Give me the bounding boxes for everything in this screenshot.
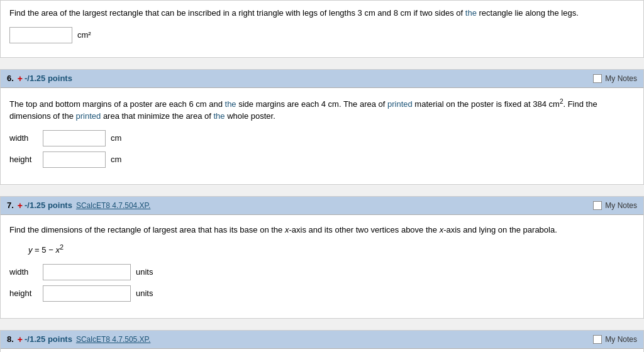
question-6-width-unit: cm (111, 133, 121, 143)
question-7-plus-icon: + (18, 201, 23, 211)
question-8-notes-icon (593, 335, 602, 344)
question-7-width-unit: units (136, 267, 153, 277)
question-6-header-left: 6. + -/1.25 points (7, 74, 72, 84)
question-5-input[interactable] (9, 27, 72, 43)
question-7-notes-icon (593, 201, 602, 210)
question-6-block: 6. + -/1.25 points My Notes The top and … (0, 69, 644, 185)
question-5-body: Find the area of the largest rectangle t… (1, 1, 643, 57)
question-8-plus-icon: + (18, 334, 23, 344)
question-6-width-row: width cm (9, 130, 635, 146)
question-6-height-input[interactable] (43, 151, 106, 168)
question-8-my-notes-label: My Notes (605, 335, 637, 344)
question-7-number: 7. (7, 201, 14, 210)
question-7-my-notes-label: My Notes (605, 201, 637, 210)
question-8-number: 8. (7, 334, 14, 344)
question-5-unit: cm² (77, 30, 91, 40)
question-7-points: -/1.25 points (25, 201, 72, 210)
question-8-header: 8. + -/1.25 points SCalcET8 4.7.505.XP. … (1, 331, 643, 349)
question-6-number: 6. (7, 74, 14, 83)
question-8-header-left: 8. + -/1.25 points SCalcET8 4.7.505.XP. (7, 334, 150, 344)
question-6-height-unit: cm (111, 155, 121, 164)
question-6-header: 6. + -/1.25 points My Notes (1, 70, 643, 88)
question-6-my-notes-button[interactable]: My Notes (593, 74, 637, 83)
question-6-height-label: height (9, 155, 38, 164)
question-8-source[interactable]: SCalcET8 4.7.505.XP. (76, 335, 151, 344)
question-6-my-notes-label: My Notes (605, 74, 637, 83)
question-7-width-label: width (9, 267, 38, 277)
question-6-body: The top and bottom margins of a poster a… (1, 88, 643, 184)
question-7-height-label: height (9, 289, 38, 298)
question-5-answer-row: cm² (9, 27, 635, 43)
question-6-plus-icon: + (18, 74, 23, 84)
question-7-block: 7. + -/1.25 points SCalcET8 4.7.504.XP. … (0, 196, 644, 319)
question-7-width-row: width units (9, 264, 635, 280)
question-6-notes-icon (593, 74, 602, 83)
question-6-width-label: width (9, 133, 38, 143)
question-7-header-left: 7. + -/1.25 points SCalcET8 4.7.504.XP. (7, 201, 150, 211)
question-5-text: Find the area of the largest rectangle t… (9, 7, 635, 19)
question-6-text: The top and bottom margins of a poster a… (9, 97, 635, 123)
question-7-height-input[interactable] (43, 285, 131, 302)
question-7-header: 7. + -/1.25 points SCalcET8 4.7.504.XP. … (1, 197, 643, 215)
question-7-height-row: height units (9, 285, 635, 302)
question-8-body: Find the point on the line 3x + y = 7 th… (1, 349, 643, 352)
question-6-width-input[interactable] (43, 130, 106, 146)
question-7-height-unit: units (136, 289, 153, 298)
question-8-block: 8. + -/1.25 points SCalcET8 4.7.505.XP. … (0, 330, 644, 352)
question-7-body: Find the dimensions of the rectangle of … (1, 215, 643, 318)
question-6-points: -/1.25 points (25, 74, 72, 83)
question-8-points-button[interactable]: + -/1.25 points (18, 334, 72, 344)
question-7-my-notes-button[interactable]: My Notes (593, 201, 637, 210)
question-5-continuation: Find the area of the largest rectangle t… (0, 0, 644, 58)
question-7-points-button[interactable]: + -/1.25 points (18, 201, 72, 211)
question-6-points-button[interactable]: + -/1.25 points (18, 74, 72, 84)
question-7-width-input[interactable] (43, 264, 131, 280)
question-7-source[interactable]: SCalcET8 4.7.504.XP. (76, 201, 151, 210)
question-7-formula: y = 5 − x2 (28, 243, 635, 255)
page-container: Find the area of the largest rectangle t… (0, 0, 644, 352)
question-8-my-notes-button[interactable]: My Notes (593, 335, 637, 344)
question-8-points: -/1.25 points (25, 334, 72, 344)
question-6-height-row: height cm (9, 151, 635, 168)
question-7-text: Find the dimensions of the rectangle of … (9, 224, 635, 236)
